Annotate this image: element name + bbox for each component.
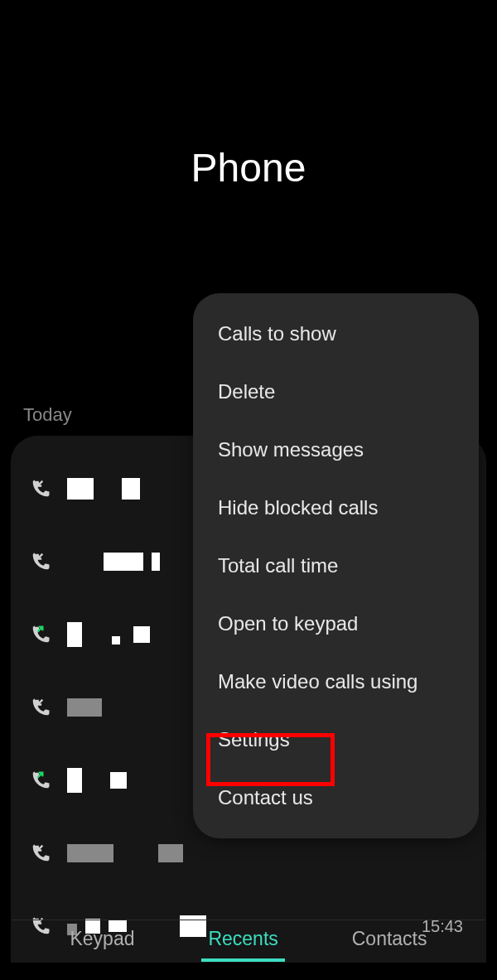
menu-item-settings[interactable]: Settings [193, 711, 479, 769]
nav-keypad[interactable]: Keypad [63, 916, 141, 962]
outgoing-call-icon [29, 769, 52, 792]
menu-item-contact-us[interactable]: Contact us [193, 769, 479, 827]
nav-contacts[interactable]: Contacts [345, 916, 434, 962]
menu-item-total-call-time[interactable]: Total call time [193, 537, 479, 595]
bottom-nav: Keypad Recents Contacts [0, 916, 497, 962]
redacted-caller [67, 844, 468, 862]
menu-item-hide-blocked[interactable]: Hide blocked calls [193, 479, 479, 537]
context-menu: Calls to show Delete Show messages Hide … [193, 293, 479, 838]
menu-item-delete[interactable]: Delete [193, 363, 479, 421]
nav-recents[interactable]: Recents [201, 916, 284, 962]
menu-item-video-calls[interactable]: Make video calls using [193, 653, 479, 711]
incoming-call-icon [29, 477, 52, 500]
menu-item-show-messages[interactable]: Show messages [193, 421, 479, 479]
incoming-call-icon [29, 550, 52, 573]
menu-item-open-keypad[interactable]: Open to keypad [193, 595, 479, 653]
outgoing-call-icon [29, 623, 52, 646]
incoming-call-icon [29, 842, 52, 865]
incoming-call-icon [29, 696, 52, 719]
menu-item-calls-to-show[interactable]: Calls to show [193, 305, 479, 363]
page-title: Phone [0, 0, 497, 191]
